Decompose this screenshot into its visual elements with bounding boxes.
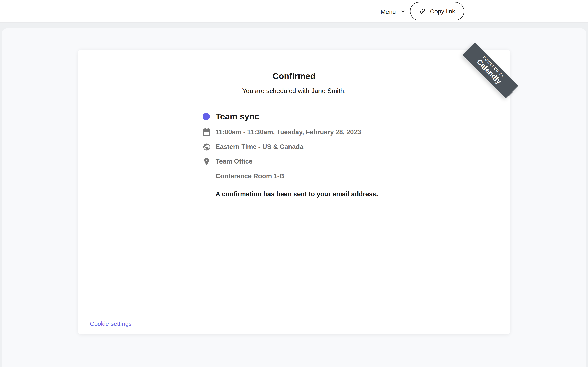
event-time-row: 11:00am - 11:30am, Tuesday, February 28,… [203, 127, 390, 137]
divider-bottom [203, 207, 390, 207]
event-timezone-row: Eastern Time - US & Canada [203, 142, 390, 152]
page-title: Confirmed [78, 70, 510, 82]
event-color-dot [203, 113, 210, 120]
copy-link-label: Copy link [430, 8, 455, 15]
link-icon [419, 8, 426, 15]
event-location-row: Team Office [203, 157, 390, 166]
event-time-text: 11:00am - 11:30am, Tuesday, February 28,… [216, 128, 361, 136]
divider-top [203, 104, 390, 104]
cookie-settings-link[interactable]: Cookie settings [90, 320, 132, 328]
menu-dropdown[interactable]: Menu [380, 0, 405, 23]
menu-label: Menu [380, 8, 396, 15]
map-pin-icon [203, 157, 216, 166]
event-timezone-text: Eastern Time - US & Canada [216, 143, 303, 150]
confirmation-card: POWERED BY Calendly Confirmed You are sc… [78, 50, 510, 334]
top-bar: Menu Copy link [0, 0, 588, 23]
page: Menu Copy link POWERED BY Calendly Confi… [0, 0, 588, 367]
scheduled-with-text: You are scheduled with Jane Smith. [78, 86, 510, 95]
confirmation-note: A confirmation has been sent to your ema… [216, 189, 390, 199]
event-location-detail: Conference Room 1-B [216, 171, 390, 181]
event-location-text: Team Office [216, 158, 252, 165]
calendar-icon [203, 128, 216, 136]
event-title-row: Team sync [203, 111, 390, 122]
event-details: Team sync 11:00am - 11:30am, Tuesday, Fe… [203, 111, 390, 199]
globe-icon [203, 142, 216, 151]
copy-link-button[interactable]: Copy link [410, 2, 464, 20]
chevron-down-icon [400, 9, 405, 14]
event-title: Team sync [216, 112, 259, 122]
